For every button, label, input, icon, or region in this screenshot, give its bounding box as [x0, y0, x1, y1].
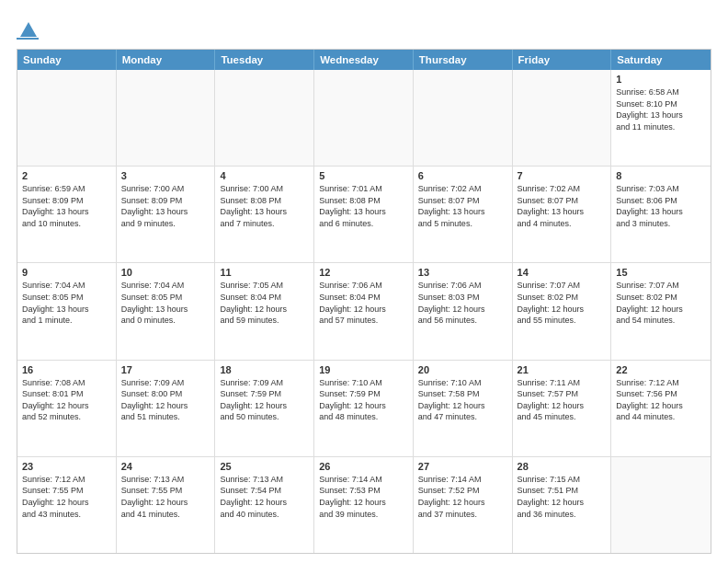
day-number: 21: [518, 364, 607, 375]
calendar-body: 1Sunrise: 6:58 AMSunset: 8:10 PMDaylight…: [17, 70, 711, 553]
day-number: 4: [220, 170, 309, 181]
day-cell-5: 5Sunrise: 7:01 AMSunset: 8:08 PMDaylight…: [314, 167, 414, 262]
calendar-row-1: 1Sunrise: 6:58 AMSunset: 8:10 PMDaylight…: [17, 70, 711, 167]
day-cell-26: 26Sunrise: 7:14 AMSunset: 7:53 PMDayligh…: [314, 457, 414, 553]
weekday-header-tuesday: Tuesday: [215, 50, 314, 70]
day-info: Sunrise: 7:13 AMSunset: 7:54 PMDaylight:…: [220, 474, 309, 520]
empty-cell: [314, 70, 414, 166]
day-number: 7: [518, 170, 607, 181]
day-cell-10: 10Sunrise: 7:04 AMSunset: 8:05 PMDayligh…: [117, 263, 216, 359]
day-cell-24: 24Sunrise: 7:13 AMSunset: 7:55 PMDayligh…: [117, 457, 216, 553]
day-info: Sunrise: 7:04 AMSunset: 8:05 PMDaylight:…: [22, 280, 111, 326]
day-cell-20: 20Sunrise: 7:10 AMSunset: 7:58 PMDayligh…: [414, 361, 513, 456]
day-info: Sunrise: 7:04 AMSunset: 8:05 PMDaylight:…: [121, 280, 210, 326]
empty-cell: [117, 70, 216, 166]
calendar-row-4: 16Sunrise: 7:08 AMSunset: 8:01 PMDayligh…: [17, 361, 711, 457]
day-number: 24: [121, 461, 210, 472]
day-cell-6: 6Sunrise: 7:02 AMSunset: 8:07 PMDaylight…: [414, 167, 513, 262]
day-number: 10: [121, 267, 210, 278]
day-number: 9: [22, 267, 111, 278]
day-cell-12: 12Sunrise: 7:06 AMSunset: 8:04 PMDayligh…: [314, 263, 414, 359]
day-info: Sunrise: 7:00 AMSunset: 8:09 PMDaylight:…: [121, 183, 210, 229]
day-number: 16: [22, 364, 111, 375]
day-info: Sunrise: 7:06 AMSunset: 8:04 PMDaylight:…: [319, 280, 408, 326]
day-cell-17: 17Sunrise: 7:09 AMSunset: 8:00 PMDayligh…: [117, 361, 216, 456]
day-number: 14: [518, 267, 607, 278]
day-cell-22: 22Sunrise: 7:12 AMSunset: 7:56 PMDayligh…: [611, 361, 711, 456]
svg-marker-0: [20, 22, 37, 37]
day-cell-3: 3Sunrise: 7:00 AMSunset: 8:09 PMDaylight…: [117, 167, 216, 262]
day-info: Sunrise: 7:00 AMSunset: 8:08 PMDaylight:…: [220, 183, 309, 229]
day-info: Sunrise: 7:10 AMSunset: 7:58 PMDaylight:…: [418, 377, 507, 423]
calendar-row-2: 2Sunrise: 6:59 AMSunset: 8:09 PMDaylight…: [17, 167, 711, 263]
weekday-header-thursday: Thursday: [414, 50, 513, 70]
day-info: Sunrise: 7:13 AMSunset: 7:55 PMDaylight:…: [121, 474, 210, 520]
calendar-header: SundayMondayTuesdayWednesdayThursdayFrid…: [17, 50, 711, 70]
day-cell-25: 25Sunrise: 7:13 AMSunset: 7:54 PMDayligh…: [215, 457, 314, 553]
weekday-header-monday: Monday: [117, 50, 216, 70]
day-number: 3: [121, 170, 210, 181]
day-cell-9: 9Sunrise: 7:04 AMSunset: 8:05 PMDaylight…: [17, 263, 117, 359]
day-number: 19: [319, 364, 408, 375]
empty-cell: [17, 70, 117, 166]
weekday-header-saturday: Saturday: [611, 50, 711, 70]
day-cell-27: 27Sunrise: 7:14 AMSunset: 7:52 PMDayligh…: [414, 457, 513, 553]
weekday-header-friday: Friday: [513, 50, 612, 70]
empty-cell: [215, 70, 314, 166]
day-info: Sunrise: 7:07 AMSunset: 8:02 PMDaylight:…: [518, 280, 607, 326]
day-info: Sunrise: 7:01 AMSunset: 8:08 PMDaylight:…: [319, 183, 408, 229]
empty-cell: [611, 457, 711, 553]
day-cell-1: 1Sunrise: 6:58 AMSunset: 8:10 PMDaylight…: [611, 70, 711, 166]
day-number: 6: [418, 170, 507, 181]
day-cell-15: 15Sunrise: 7:07 AMSunset: 8:02 PMDayligh…: [611, 263, 711, 359]
day-info: Sunrise: 7:07 AMSunset: 8:02 PMDaylight:…: [616, 280, 706, 326]
day-info: Sunrise: 7:12 AMSunset: 7:56 PMDaylight:…: [616, 377, 706, 423]
day-info: Sunrise: 7:08 AMSunset: 8:01 PMDaylight:…: [22, 377, 111, 423]
day-number: 28: [518, 461, 607, 472]
calendar-row-3: 9Sunrise: 7:04 AMSunset: 8:05 PMDaylight…: [17, 263, 711, 360]
day-info: Sunrise: 6:59 AMSunset: 8:09 PMDaylight:…: [22, 183, 111, 229]
day-number: 26: [319, 461, 408, 472]
day-info: Sunrise: 7:09 AMSunset: 8:00 PMDaylight:…: [121, 377, 210, 423]
logo-underline: [17, 38, 39, 40]
day-info: Sunrise: 7:14 AMSunset: 7:52 PMDaylight:…: [418, 474, 507, 520]
logo: [17, 17, 39, 40]
day-info: Sunrise: 7:15 AMSunset: 7:51 PMDaylight:…: [518, 474, 607, 520]
day-cell-4: 4Sunrise: 7:00 AMSunset: 8:08 PMDaylight…: [215, 167, 314, 262]
day-info: Sunrise: 7:09 AMSunset: 7:59 PMDaylight:…: [220, 377, 309, 423]
day-cell-19: 19Sunrise: 7:10 AMSunset: 7:59 PMDayligh…: [314, 361, 414, 456]
day-info: Sunrise: 7:03 AMSunset: 8:06 PMDaylight:…: [616, 183, 706, 229]
weekday-header-wednesday: Wednesday: [314, 50, 414, 70]
day-cell-13: 13Sunrise: 7:06 AMSunset: 8:03 PMDayligh…: [414, 263, 513, 359]
day-number: 2: [22, 170, 111, 181]
day-cell-18: 18Sunrise: 7:09 AMSunset: 7:59 PMDayligh…: [215, 361, 314, 456]
day-number: 15: [616, 267, 706, 278]
day-info: Sunrise: 7:10 AMSunset: 7:59 PMDaylight:…: [319, 377, 408, 423]
day-cell-16: 16Sunrise: 7:08 AMSunset: 8:01 PMDayligh…: [17, 361, 117, 456]
day-info: Sunrise: 7:11 AMSunset: 7:57 PMDaylight:…: [518, 377, 607, 423]
day-number: 18: [220, 364, 309, 375]
empty-cell: [513, 70, 612, 166]
calendar-row-5: 23Sunrise: 7:12 AMSunset: 7:55 PMDayligh…: [17, 457, 711, 553]
day-cell-7: 7Sunrise: 7:02 AMSunset: 8:07 PMDaylight…: [513, 167, 612, 262]
day-number: 12: [319, 267, 408, 278]
day-info: Sunrise: 6:58 AMSunset: 8:10 PMDaylight:…: [616, 86, 706, 132]
day-cell-14: 14Sunrise: 7:07 AMSunset: 8:02 PMDayligh…: [513, 263, 612, 359]
day-number: 22: [616, 364, 706, 375]
day-info: Sunrise: 7:02 AMSunset: 8:07 PMDaylight:…: [418, 183, 507, 229]
day-cell-11: 11Sunrise: 7:05 AMSunset: 8:04 PMDayligh…: [215, 263, 314, 359]
day-number: 13: [418, 267, 507, 278]
weekday-header-sunday: Sunday: [17, 50, 117, 70]
day-cell-8: 8Sunrise: 7:03 AMSunset: 8:06 PMDaylight…: [611, 167, 711, 262]
day-cell-2: 2Sunrise: 6:59 AMSunset: 8:09 PMDaylight…: [17, 167, 117, 262]
day-info: Sunrise: 7:05 AMSunset: 8:04 PMDaylight:…: [220, 280, 309, 326]
day-number: 17: [121, 364, 210, 375]
day-number: 20: [418, 364, 507, 375]
day-info: Sunrise: 7:12 AMSunset: 7:55 PMDaylight:…: [22, 474, 111, 520]
day-number: 27: [418, 461, 507, 472]
day-cell-28: 28Sunrise: 7:15 AMSunset: 7:51 PMDayligh…: [513, 457, 612, 553]
day-cell-23: 23Sunrise: 7:12 AMSunset: 7:55 PMDayligh…: [17, 457, 117, 553]
day-number: 11: [220, 267, 309, 278]
page-header: [17, 17, 711, 40]
day-number: 8: [616, 170, 706, 181]
